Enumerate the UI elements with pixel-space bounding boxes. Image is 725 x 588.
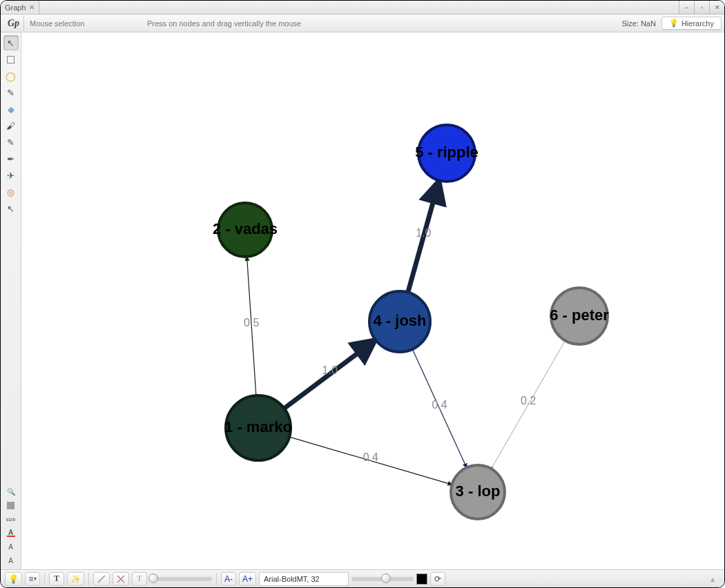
target-tool[interactable]: ◎ — [3, 184, 19, 199]
edge-label-1-2: 0.5 — [244, 317, 259, 329]
edge-label-1-4: 1.0 — [322, 364, 338, 376]
node-label-4: 4 - josh — [373, 312, 426, 329]
opacity-slider[interactable] — [150, 577, 212, 581]
edge-line-button[interactable] — [93, 572, 110, 586]
graph-canvas[interactable]: 0.51.00.41.00.40.2 1 - marko2 - vadas3 -… — [21, 32, 724, 569]
minimize-button[interactable]: – — [679, 1, 694, 14]
bulb-icon: 💡 — [669, 19, 679, 28]
font-decrease-button[interactable]: A- — [221, 572, 236, 586]
rectangle-select-tool[interactable] — [3, 52, 19, 67]
size-readout: Size: NaN — [621, 19, 656, 28]
refresh-button[interactable]: ⟳ — [430, 572, 445, 586]
pen-tool[interactable]: ✒ — [3, 151, 19, 166]
paint-bucket-tool[interactable]: 🖌 — [3, 118, 19, 133]
hierarchy-button[interactable]: 💡 Hierarchy — [661, 17, 722, 30]
edge-label-4-3: 0.4 — [432, 399, 447, 411]
app-window: Graph ✕ – ▫ ✕ Gp Mouse selection Press o… — [0, 0, 725, 588]
node-label-6: 6 - peter — [550, 306, 609, 324]
config-button[interactable]: ≡▾ — [25, 572, 40, 586]
zoom-tool[interactable]: 🔍 — [3, 485, 19, 498]
select-arrow-tool[interactable]: ↖ — [3, 35, 19, 50]
color-swatch[interactable] — [416, 574, 427, 585]
text-plain-tool[interactable]: A — [3, 540, 19, 553]
bulb-button[interactable]: 💡 — [5, 572, 22, 586]
hint-bar: Gp Mouse selection Press on nodes and dr… — [1, 14, 724, 32]
edge-label-4-5: 1.0 — [416, 227, 431, 239]
font-increase-button[interactable]: A+ — [239, 572, 256, 586]
edge-curve-button[interactable] — [113, 572, 129, 586]
hint-mid: Press on nodes and drag vertically the m… — [147, 19, 621, 28]
brush-tool[interactable]: ✎ — [3, 135, 19, 150]
text-color-tool[interactable]: A — [3, 527, 19, 539]
footer-toolbar: 💡 ≡▾ T ✨ T A- A+ Arial-BoldMT, 32 ⟳ ▴ — [1, 569, 724, 587]
diamond-tool[interactable]: ◆ — [3, 101, 19, 117]
hint-left: Mouse selection — [30, 19, 147, 28]
collapse-footer-button[interactable]: ▴ — [705, 572, 720, 586]
app-logo: Gp — [3, 16, 24, 31]
edge-label-1-3: 0.4 — [363, 451, 378, 463]
node-label-3: 3 - lop — [456, 482, 501, 500]
tab-graph[interactable]: Graph ✕ — [1, 1, 39, 14]
size-label-tool[interactable]: size — [3, 513, 19, 525]
window-controls: – ▫ ✕ — [679, 1, 724, 14]
airplane-tool[interactable]: ✈ — [3, 168, 19, 183]
maximize-button[interactable]: ▫ — [694, 1, 709, 14]
size-slider[interactable] — [351, 577, 414, 581]
close-icon[interactable]: ✕ — [29, 3, 35, 11]
body-row: ↖◯✎◆🖌✎✒✈◎↖🔍sizeAAA 0.51.00.41.00.40.2 1 … — [1, 32, 724, 569]
text-ghost-button[interactable]: T — [132, 572, 147, 586]
text-outline-tool[interactable]: A — [3, 554, 19, 567]
menu-icon: ≡ — [28, 574, 33, 584]
highlight-button[interactable]: ✨ — [67, 572, 84, 586]
text-tool-button[interactable]: T — [49, 572, 64, 586]
graph-svg: 0.51.00.41.00.40.2 1 - marko2 - vadas3 -… — [21, 32, 724, 569]
tab-bar: Graph ✕ – ▫ ✕ — [1, 1, 724, 14]
bulb-icon: 💡 — [8, 574, 19, 584]
hierarchy-label: Hierarchy — [682, 19, 714, 28]
tab-label: Graph — [5, 3, 26, 12]
pencil-tool[interactable]: ✎ — [3, 85, 19, 100]
node-label-2: 2 - vadas — [213, 220, 278, 237]
lasso-tool[interactable]: ◯ — [3, 68, 19, 84]
pointer-edit-tool[interactable]: ↖ — [3, 201, 19, 216]
close-button[interactable]: ✕ — [709, 1, 724, 14]
left-toolbar: ↖◯✎◆🖌✎✒✈◎↖🔍sizeAAA — [1, 32, 21, 569]
svg-line-0 — [98, 576, 105, 582]
edge-label-6-3: 0.2 — [521, 395, 536, 406]
node-label-1: 1 - marko — [224, 418, 292, 435]
node-label-5: 5 - ripple — [415, 144, 478, 161]
gray-box-tool[interactable] — [3, 499, 19, 511]
font-field[interactable]: Arial-BoldMT, 32 — [259, 572, 349, 586]
